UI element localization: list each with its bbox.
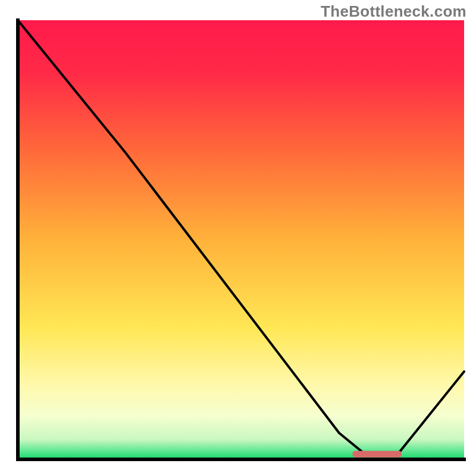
chart-container: TheBottleneck.com: [0, 0, 476, 476]
optimum-marker: [353, 451, 402, 458]
bottleneck-chart: [0, 0, 476, 476]
gradient-background: [18, 20, 464, 459]
watermark-text: TheBottleneck.com: [321, 2, 466, 21]
